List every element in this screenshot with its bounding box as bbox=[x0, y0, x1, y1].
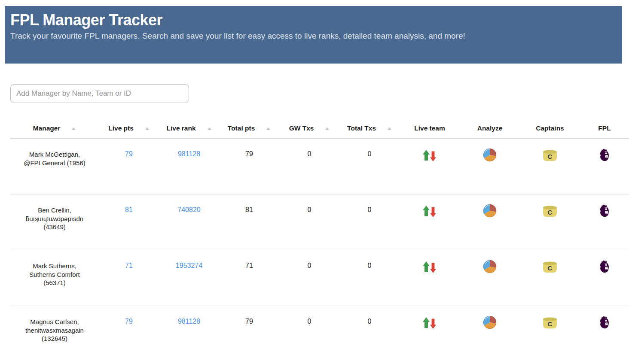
premier-league-lion-icon[interactable] bbox=[597, 259, 612, 274]
fpl-cell bbox=[580, 250, 629, 306]
total-pts-value: 81 bbox=[245, 206, 253, 213]
up-down-arrows-icon[interactable] bbox=[421, 149, 438, 162]
live-team-cell bbox=[400, 194, 460, 250]
pie-chart-icon[interactable] bbox=[482, 259, 498, 274]
search-area bbox=[10, 84, 189, 103]
sort-asc-icon[interactable]: ▲ bbox=[144, 126, 150, 131]
captains-cell bbox=[520, 250, 580, 306]
add-manager-input[interactable] bbox=[10, 84, 189, 103]
sort-asc-icon[interactable]: ▲ bbox=[324, 126, 331, 131]
total-pts-value: 79 bbox=[245, 150, 253, 158]
table-header-row: Manager ▲ Live pts ▲ Live rank ▲ Total p… bbox=[10, 118, 629, 139]
sort-asc-icon[interactable]: ▲ bbox=[265, 126, 272, 131]
up-down-arrows-icon[interactable] bbox=[421, 205, 438, 218]
up-down-arrows-icon[interactable] bbox=[421, 261, 438, 274]
total-pts-value: 79 bbox=[245, 318, 253, 325]
captains-cell bbox=[520, 139, 580, 194]
live-pts-link[interactable]: 79 bbox=[125, 318, 133, 325]
live-rank-link[interactable]: 1953274 bbox=[176, 262, 202, 269]
live-rank-link[interactable]: 981128 bbox=[178, 318, 200, 325]
analyze-cell bbox=[460, 250, 520, 306]
live-pts-link[interactable]: 81 bbox=[125, 206, 133, 213]
gw-txs-cell: 0 bbox=[279, 139, 339, 194]
analyze-cell bbox=[460, 306, 520, 361]
col-header-manager[interactable]: Manager ▲ bbox=[10, 124, 99, 132]
page-title: FPL Manager Tracker bbox=[10, 11, 616, 29]
up-down-arrows-icon[interactable] bbox=[421, 317, 438, 330]
col-header-fpl: FPL bbox=[580, 124, 629, 132]
total-txs-value: 0 bbox=[368, 262, 372, 269]
live-pts-cell: 81 bbox=[99, 194, 159, 250]
app-banner: FPL Manager Tracker Track your favourite… bbox=[5, 6, 622, 64]
gw-txs-value: 0 bbox=[308, 150, 311, 158]
manager-name: Magnus Carlsen, thenitwasxmasagain (1326… bbox=[20, 318, 89, 343]
table-row: Ben Crellin, ƃuıʞuıɥʇuʍopǝpısdn (43649) … bbox=[10, 194, 629, 250]
premier-league-lion-icon[interactable] bbox=[597, 203, 612, 218]
total-txs-cell: 0 bbox=[339, 306, 400, 361]
captain-armband-icon[interactable] bbox=[542, 205, 558, 218]
captains-cell bbox=[520, 306, 580, 361]
live-rank-cell: 981128 bbox=[159, 139, 219, 194]
gw-txs-cell: 0 bbox=[279, 250, 339, 306]
live-pts-cell: 79 bbox=[99, 306, 159, 361]
col-header-live-pts[interactable]: Live pts ▲ bbox=[99, 124, 159, 132]
manager-cell: Ben Crellin, ƃuıʞuıɥʇuʍopǝpısdn (43649) bbox=[10, 194, 99, 250]
analyze-cell bbox=[460, 139, 520, 194]
total-pts-cell: 79 bbox=[219, 306, 279, 361]
col-label: Total pts bbox=[228, 124, 255, 132]
live-pts-cell: 79 bbox=[99, 139, 159, 194]
premier-league-lion-icon[interactable] bbox=[597, 315, 612, 330]
captain-armband-icon[interactable] bbox=[542, 261, 558, 274]
total-txs-cell: 0 bbox=[339, 250, 400, 306]
col-header-total-txs[interactable]: Total Txs ▲ bbox=[339, 124, 400, 132]
captain-armband-icon[interactable] bbox=[542, 149, 558, 162]
live-team-cell bbox=[400, 139, 460, 194]
col-header-live-rank[interactable]: Live rank ▲ bbox=[159, 124, 219, 132]
col-header-live-team: Live team bbox=[400, 124, 460, 132]
col-header-total-pts[interactable]: Total pts ▲ bbox=[219, 124, 279, 132]
gw-txs-value: 0 bbox=[308, 262, 311, 269]
fpl-cell bbox=[580, 194, 629, 250]
table-row: Mark McGettigan, @FPLGeneral (1956) 79 9… bbox=[10, 139, 629, 194]
total-txs-value: 0 bbox=[368, 318, 372, 325]
premier-league-lion-icon[interactable] bbox=[597, 148, 612, 162]
col-header-gw-txs[interactable]: GW Txs ▲ bbox=[279, 124, 339, 132]
total-pts-cell: 79 bbox=[219, 139, 279, 194]
col-header-captains: Captains bbox=[520, 124, 580, 132]
gw-txs-cell: 0 bbox=[279, 306, 339, 361]
fpl-cell bbox=[580, 139, 629, 194]
captain-armband-icon[interactable] bbox=[542, 317, 558, 330]
manager-name: Ben Crellin, ƃuıʞuıɥʇuʍopǝpısdn (43649) bbox=[20, 206, 89, 231]
total-txs-cell: 0 bbox=[339, 139, 400, 194]
sort-asc-icon[interactable]: ▲ bbox=[206, 126, 213, 131]
col-label: GW Txs bbox=[289, 124, 314, 132]
sort-asc-icon[interactable]: ▲ bbox=[386, 126, 393, 131]
pie-chart-icon[interactable] bbox=[482, 148, 498, 162]
col-label: Total Txs bbox=[347, 124, 376, 132]
live-rank-cell: 981128 bbox=[159, 306, 219, 361]
live-pts-link[interactable]: 71 bbox=[125, 262, 133, 269]
col-label: Live rank bbox=[167, 124, 196, 132]
pie-chart-icon[interactable] bbox=[482, 315, 498, 330]
captains-cell bbox=[520, 194, 580, 250]
managers-table: Manager ▲ Live pts ▲ Live rank ▲ Total p… bbox=[10, 118, 629, 361]
total-pts-cell: 81 bbox=[219, 194, 279, 250]
gw-txs-value: 0 bbox=[308, 206, 311, 213]
total-txs-value: 0 bbox=[368, 206, 372, 213]
table-row: Magnus Carlsen, thenitwasxmasagain (1326… bbox=[10, 306, 629, 361]
col-label: Live team bbox=[414, 124, 445, 132]
col-label: Captains bbox=[536, 124, 564, 132]
total-pts-value: 71 bbox=[245, 262, 253, 269]
live-rank-link[interactable]: 740820 bbox=[177, 206, 200, 213]
live-rank-cell: 1953274 bbox=[159, 250, 219, 306]
col-label: Analyze bbox=[477, 124, 503, 132]
pie-chart-icon[interactable] bbox=[482, 203, 498, 218]
gw-txs-cell: 0 bbox=[279, 194, 339, 250]
manager-name: Mark McGettigan, @FPLGeneral (1956) bbox=[20, 150, 89, 167]
manager-name: Mark Sutherns, Sutherns Comfort (56371) bbox=[20, 262, 89, 287]
live-rank-link[interactable]: 981128 bbox=[178, 150, 200, 158]
col-header-analyze: Analyze bbox=[460, 124, 520, 132]
total-pts-cell: 71 bbox=[219, 250, 279, 306]
live-pts-link[interactable]: 79 bbox=[125, 150, 133, 158]
sort-asc-icon[interactable]: ▲ bbox=[71, 126, 77, 131]
